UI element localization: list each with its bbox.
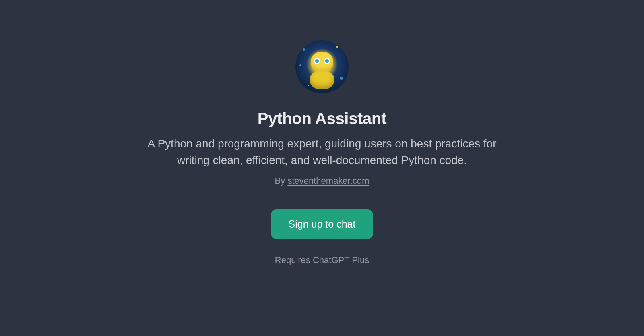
sign-up-button[interactable]: Sign up to chat bbox=[271, 209, 374, 239]
author-link[interactable]: steventhemaker.com bbox=[287, 176, 369, 186]
assistant-avatar bbox=[295, 40, 349, 93]
author-prefix: By bbox=[275, 176, 288, 186]
assistant-description: A Python and programming expert, guiding… bbox=[145, 136, 499, 168]
assistant-title: Python Assistant bbox=[258, 110, 386, 128]
author-line: By steventhemaker.com bbox=[275, 176, 369, 186]
requires-note: Requires ChatGPT Plus bbox=[275, 255, 369, 265]
